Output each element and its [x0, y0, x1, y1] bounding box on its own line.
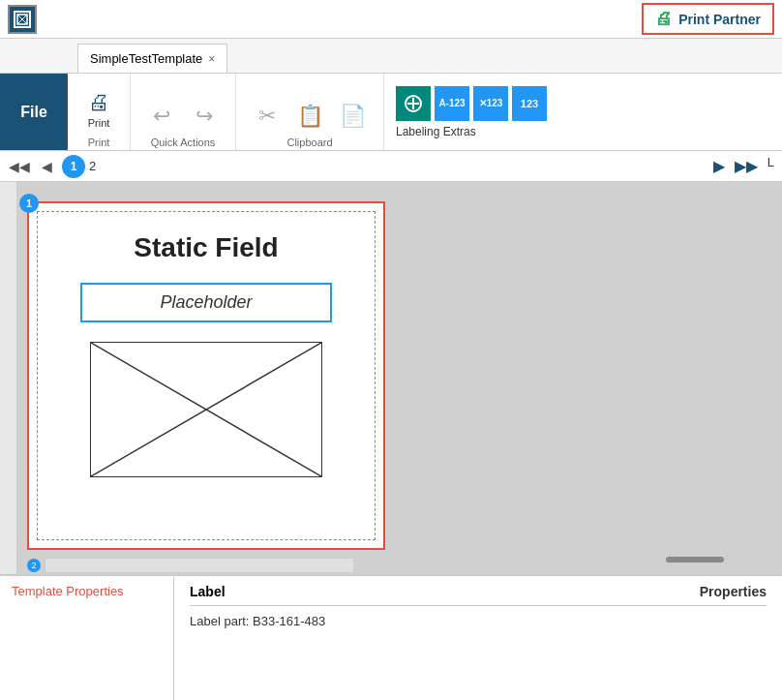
nav-more-button[interactable]: L — [767, 155, 774, 178]
paste-button[interactable]: 📄 — [333, 100, 372, 133]
copy-icon: 📋 — [297, 104, 323, 129]
h-scrollbar-thumb[interactable] — [666, 557, 724, 563]
vertical-ruler — [0, 182, 17, 574]
labeling-extras-btn-4[interactable]: 123 — [512, 86, 547, 121]
cut-icon: ✂ — [258, 104, 276, 129]
tab-close-button[interactable]: × — [208, 52, 215, 66]
nav-left: ◀◀ ◀ 1 2 — [8, 155, 96, 178]
next-page-button[interactable]: ▶ — [707, 155, 731, 178]
file-menu-button[interactable]: File — [0, 74, 68, 150]
nav-right: ▶ ▶▶ L — [707, 155, 774, 178]
canvas-content: 1 Static Field Placeholder 2 — [17, 182, 782, 574]
redo-icon: ↪ — [196, 104, 213, 129]
print-section-label: Print — [88, 137, 110, 148]
bottom-panel: Template Properties Label Properties Lab… — [0, 574, 782, 700]
template-properties-tab[interactable]: Template Properties — [0, 576, 174, 700]
page2-strip — [45, 558, 354, 573]
page2-tab-area: 2 — [27, 558, 354, 573]
total-pages: 2 — [89, 159, 96, 173]
page-badge-1: 1 — [19, 194, 39, 213]
ribbon-section-quick-actions: ↩ ↪ Quick Actions — [131, 74, 236, 150]
template-properties-label: Template Properties — [12, 584, 124, 598]
print-partner-label: Print Partner — [678, 12, 761, 27]
tab-bar: SimpleTestTemplate × — [0, 39, 782, 74]
tab-label: SimpleTestTemplate — [90, 51, 202, 66]
properties-action-label[interactable]: Properties — [700, 584, 767, 599]
properties-panel: Label Properties Label part: B33-161-483 — [174, 576, 782, 700]
app-icon — [8, 5, 37, 34]
static-field-text: Static Field — [134, 232, 278, 263]
properties-header: Label Properties — [190, 584, 767, 606]
labeling-extras-label: Labeling Extras — [396, 125, 476, 138]
undo-icon: ↩ — [153, 104, 170, 129]
ribbon-section-clipboard: ✂ 📋 📄 Clipboard — [236, 74, 384, 150]
title-bar-left — [8, 5, 37, 34]
navigation-bar: ◀◀ ◀ 1 2 ▶ ▶▶ L — [0, 151, 782, 182]
clipboard-label: Clipboard — [286, 137, 332, 148]
main-canvas-area: 1 Static Field Placeholder 2 — [0, 182, 782, 574]
quick-actions-label: Quick Actions — [151, 137, 216, 148]
first-page-button[interactable]: ◀◀ — [8, 155, 31, 178]
image-x-svg — [91, 343, 321, 476]
prev-page-button[interactable]: ◀ — [35, 155, 58, 178]
page-canvas: 1 Static Field Placeholder — [27, 201, 385, 550]
undo-button[interactable]: ↩ — [142, 100, 181, 133]
image-placeholder — [90, 342, 322, 477]
print-icon: 🖨 — [655, 9, 673, 29]
cut-button[interactable]: ✂ — [248, 100, 286, 133]
label-part-row: Label part: B33-161-483 — [190, 614, 767, 628]
labeling-extras-btn-3[interactable]: ✕123 — [473, 86, 508, 121]
print-ribbon-icon: 🖨 — [88, 90, 109, 115]
template-tab[interactable]: SimpleTestTemplate × — [77, 44, 227, 73]
placeholder-field[interactable]: Placeholder — [80, 283, 332, 322]
ribbon: File 🖨 Print Print ↩ ↪ Quick Actions ✂ — [0, 74, 782, 151]
labeling-extras-btn-1[interactable] — [396, 86, 431, 121]
page-badge-2: 2 — [27, 559, 41, 572]
current-page-indicator: 1 — [62, 155, 85, 178]
ribbon-section-print: 🖨 Print Print — [68, 74, 131, 150]
last-page-button[interactable]: ▶▶ — [735, 155, 758, 178]
copy-button[interactable]: 📋 — [290, 100, 329, 133]
print-partner-button[interactable]: 🖨 Print Partner — [642, 3, 774, 35]
label-header: Label — [190, 584, 226, 599]
labeling-extras-section: A-123 ✕123 123 Labeling Extras — [384, 74, 558, 150]
title-bar: 🖨 Print Partner — [0, 0, 782, 39]
redo-button[interactable]: ↪ — [185, 100, 224, 133]
labeling-extras-btn-2[interactable]: A-123 — [435, 86, 469, 121]
print-button[interactable]: 🖨 Print — [79, 86, 118, 133]
paste-icon: 📄 — [340, 104, 366, 129]
